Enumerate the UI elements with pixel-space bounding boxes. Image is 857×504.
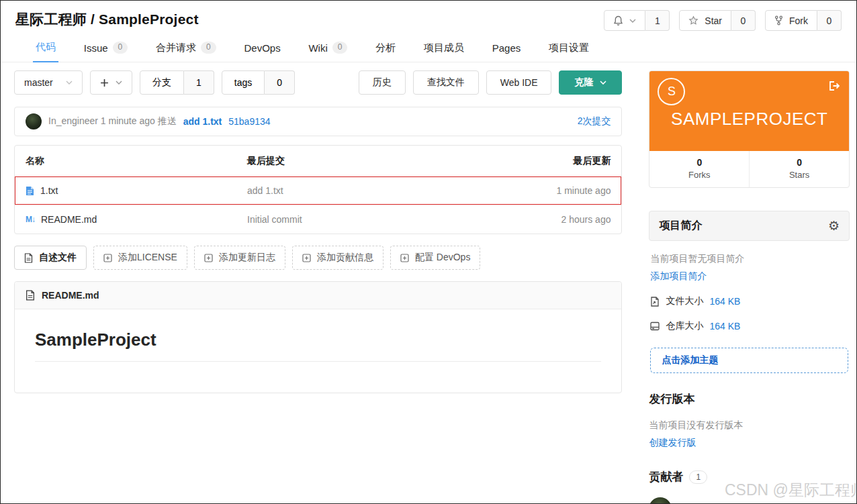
table-row-1txt[interactable]: 1.txt add 1.txt 1 minute ago	[15, 176, 621, 205]
star-button[interactable]: Star	[679, 10, 731, 31]
main-content: master 分支 1	[1, 62, 856, 504]
repo-size-icon	[650, 321, 660, 331]
file-name[interactable]: README.md	[41, 214, 97, 225]
markdown-file-icon: M↓	[26, 215, 35, 224]
tab-merge-requests[interactable]: 合并请求0	[153, 35, 219, 62]
readme-file-label: 自述文件	[39, 252, 77, 264]
file-table: 名称 最后提交 最后更新 1.txt add 1.txt 1 minute ag…	[14, 145, 622, 234]
tags-count[interactable]: 0	[265, 70, 295, 95]
quick-actions: 自述文件 添加LICENSE 添加更新日志	[14, 246, 622, 270]
setup-devops-label: 配置 DevOps	[415, 252, 470, 264]
notification-count[interactable]: 1	[645, 10, 670, 31]
find-file-button[interactable]: 查找文件	[413, 70, 479, 95]
table-row-readme[interactable]: M↓ README.md Initial commit 2 hours ago	[15, 205, 621, 234]
tab-pages[interactable]: Pages	[490, 35, 524, 62]
chevron-down-icon	[66, 81, 73, 85]
branch-selector[interactable]: master	[14, 70, 83, 95]
header-actions: 1 Star 0 Fork 0	[604, 10, 842, 31]
page-header: 星际工程师 / SampleProject 1	[1, 1, 856, 31]
col-last-update: 最后更新	[483, 155, 611, 167]
contributor-item[interactable]: 星际工程师 In_engineer	[649, 497, 850, 504]
web-ide-button[interactable]: Web IDE	[486, 70, 552, 95]
commit-author-avatar[interactable]	[26, 113, 42, 130]
stars-label: Stars	[750, 170, 849, 180]
plus-box-icon	[103, 254, 112, 262]
tags-button[interactable]: tags	[222, 70, 265, 95]
new-file-dropdown[interactable]	[90, 70, 132, 95]
star-group: Star 0	[679, 10, 756, 31]
forks-value: 0	[649, 157, 749, 168]
file-size-icon	[650, 297, 660, 307]
tab-analytics[interactable]: 分析	[373, 35, 398, 62]
file-size-value[interactable]: 164 KB	[709, 296, 740, 307]
gear-icon[interactable]: ⚙	[828, 218, 840, 234]
stars-stat[interactable]: 0 Stars	[749, 151, 849, 187]
chevron-down-icon	[600, 81, 606, 85]
contributors-title: 贡献者	[649, 469, 683, 485]
about-empty-text: 当前项目暂无项目简介	[650, 253, 848, 265]
star-count[interactable]: 0	[731, 10, 756, 31]
forks-label: Forks	[649, 170, 749, 180]
project-initial-avatar: S	[658, 78, 685, 105]
contributor-avatar[interactable]	[649, 497, 672, 504]
tab-members[interactable]: 项目成员	[421, 35, 467, 62]
readme-heading: SampleProject	[35, 330, 601, 362]
project-stats: 0 Forks 0 Stars	[649, 151, 849, 187]
notification-button[interactable]	[604, 10, 645, 31]
plus-box-icon	[204, 254, 213, 262]
clone-label: 克隆	[574, 77, 593, 89]
star-label: Star	[705, 15, 722, 26]
clone-button[interactable]: 克隆	[559, 70, 622, 95]
latest-commit-bar: In_engineer 1 minute ago 推送 add 1.txt 51…	[14, 107, 622, 136]
fork-count[interactable]: 0	[817, 10, 842, 31]
chevron-down-icon	[629, 19, 636, 23]
readme-file-button[interactable]: 自述文件	[14, 246, 87, 270]
add-changelog-button[interactable]: 添加更新日志	[194, 246, 285, 270]
add-description-link[interactable]: 添加项目简介	[650, 270, 707, 283]
tab-devops[interactable]: DevOps	[241, 35, 283, 62]
add-license-label: 添加LICENSE	[118, 252, 177, 264]
readme-filename[interactable]: README.md	[42, 290, 99, 301]
commit-author-time: In_engineer 1 minute ago 推送	[48, 115, 177, 128]
about-section-body: 当前项目暂无项目简介 添加项目简介 文件大小 164 KB 仓库大小 164 K…	[649, 241, 850, 373]
add-contributing-label: 添加贡献信息	[317, 252, 373, 264]
repo-toolbar: master 分支 1	[14, 70, 622, 95]
file-name[interactable]: 1.txt	[40, 185, 58, 196]
star-icon	[688, 15, 698, 26]
repo-size-value[interactable]: 164 KB	[709, 321, 740, 332]
about-title: 项目简介	[659, 219, 702, 233]
add-contributing-button[interactable]: 添加贡献信息	[292, 246, 384, 270]
readme-content: SampleProject	[15, 309, 621, 393]
add-license-button[interactable]: 添加LICENSE	[93, 246, 187, 270]
fork-button[interactable]: Fork	[765, 10, 817, 31]
tab-settings[interactable]: 项目设置	[546, 35, 592, 62]
tab-issues[interactable]: Issue0	[81, 35, 131, 62]
history-button[interactable]: 历史	[359, 70, 406, 95]
forks-stat[interactable]: 0 Forks	[649, 151, 749, 187]
create-release-link[interactable]: 创建发行版	[649, 437, 696, 449]
exit-project-icon[interactable]	[828, 80, 840, 92]
file-commit-message[interactable]: add 1.txt	[247, 185, 483, 196]
add-topic-button[interactable]: 点击添加主题	[650, 348, 848, 373]
tab-wiki[interactable]: Wiki0	[306, 35, 350, 62]
commits-count-link[interactable]: 2次提交	[578, 115, 611, 128]
about-section-header: 项目简介 ⚙	[649, 211, 850, 241]
branches-count[interactable]: 1	[184, 70, 214, 95]
chevron-down-icon	[116, 81, 122, 85]
plus-box-icon	[400, 254, 409, 262]
project-card-name: SAMPLEPROJECT	[649, 109, 849, 130]
file-commit-message[interactable]: Initial commit	[247, 214, 483, 225]
project-card-banner: S SAMPLEPROJECT	[649, 71, 849, 151]
tab-code[interactable]: 代码	[33, 35, 58, 62]
setup-devops-button[interactable]: 配置 DevOps	[390, 246, 480, 270]
file-size-label: 文件大小	[666, 295, 703, 307]
commit-sha-link[interactable]: 51ba9134	[228, 116, 270, 127]
col-last-commit: 最后提交	[247, 155, 483, 167]
document-icon	[24, 253, 33, 263]
add-changelog-label: 添加更新日志	[219, 252, 275, 264]
branches-group: 分支 1	[140, 70, 214, 95]
fork-label: Fork	[789, 15, 808, 26]
contributors-count-badge: 1	[689, 470, 707, 484]
commit-message-link[interactable]: add 1.txt	[183, 116, 222, 127]
branches-button[interactable]: 分支	[140, 70, 184, 95]
